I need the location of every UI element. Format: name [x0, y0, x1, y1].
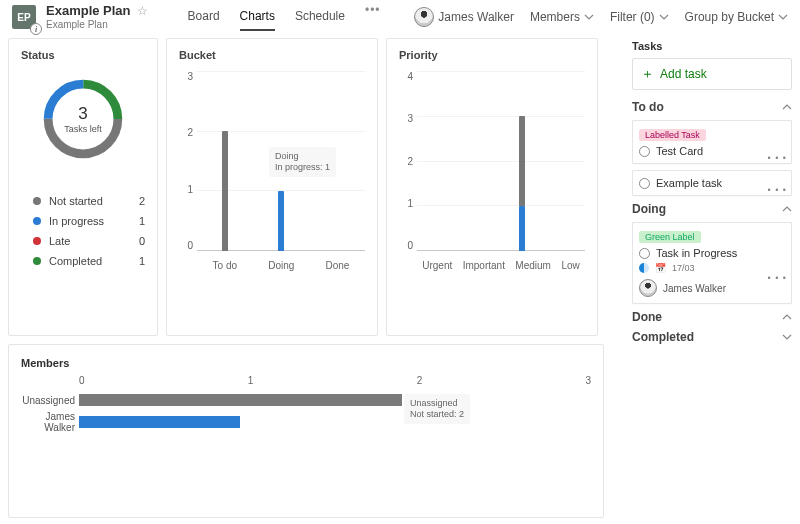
task-complete-circle[interactable] — [639, 146, 650, 157]
priority-chart: 43210 UrgentImportantMediumLow — [417, 71, 585, 281]
task-card[interactable]: Example task • • • — [632, 170, 792, 196]
groupby-label: Group by Bucket — [685, 10, 774, 24]
member-bar-row: Unassigned — [79, 389, 591, 411]
section-done[interactable]: Done — [632, 310, 792, 324]
category-label: To do — [213, 260, 237, 271]
tab-board[interactable]: Board — [188, 3, 220, 31]
filter-dropdown[interactable]: Filter (0) — [610, 10, 669, 24]
task-complete-circle[interactable] — [639, 248, 650, 259]
bucket-chart: 3210 To doDoingDone Doing In progress: 1 — [197, 71, 365, 281]
axis-tick: 3 — [179, 71, 193, 82]
user-name: James Walker — [438, 10, 514, 24]
axis-tick: 3 — [585, 375, 591, 386]
assignee-name: James Walker — [663, 283, 726, 294]
tab-schedule[interactable]: Schedule — [295, 3, 345, 31]
axis-tick: 0 — [179, 240, 193, 251]
task-title: Example task — [656, 177, 722, 189]
legend-label: Late — [49, 235, 70, 247]
task-card[interactable]: Green Label Task in Progress 📅 17/03 • •… — [632, 222, 792, 304]
bucket-card: Bucket 3210 To doDoingDone Doing In prog… — [166, 38, 378, 336]
members-chart: 0123 UnassignedJames Walker Unassigned N… — [79, 389, 591, 469]
priority-title: Priority — [399, 49, 585, 61]
tab-charts[interactable]: Charts — [240, 3, 275, 31]
bar-col — [519, 71, 525, 251]
legend-dot-icon — [33, 217, 41, 225]
section-todo[interactable]: To do — [632, 100, 792, 114]
section-todo-label: To do — [632, 100, 664, 114]
task-overflow-icon[interactable]: • • • — [768, 185, 787, 195]
axis-tick: 2 — [179, 127, 193, 138]
members-title: Members — [21, 357, 591, 369]
axis-tick: 0 — [399, 240, 413, 251]
status-center-value: 3 — [78, 104, 87, 124]
chevron-up-icon — [782, 314, 792, 320]
members-tooltip-title: Unassigned — [410, 398, 464, 409]
task-date: 17/03 — [672, 263, 695, 273]
legend-dot-icon — [33, 197, 41, 205]
tabs-overflow-icon[interactable]: ••• — [365, 3, 381, 31]
legend-row: Not started2 — [33, 195, 145, 207]
member-bar — [79, 394, 402, 406]
tasks-panel-title: Tasks — [632, 40, 792, 52]
add-task-label: Add task — [660, 67, 707, 81]
legend-dot-icon — [33, 237, 41, 245]
legend-label: Not started — [49, 195, 103, 207]
assignee-avatar-icon — [639, 279, 657, 297]
task-label-pill: Labelled Task — [639, 129, 706, 141]
member-bar-row: James Walker — [79, 411, 591, 433]
add-task-button[interactable]: ＋ Add task — [632, 58, 792, 90]
star-icon[interactable]: ☆ — [137, 5, 148, 18]
plan-badge: EP i — [12, 5, 36, 29]
bar — [278, 191, 284, 251]
legend-value: 0 — [139, 235, 145, 247]
view-tabs: Board Charts Schedule ••• — [188, 3, 381, 31]
legend-value: 2 — [139, 195, 145, 207]
tasks-panel: Tasks ＋ Add task To do Labelled Task Tes… — [624, 34, 800, 524]
legend-value: 1 — [139, 215, 145, 227]
axis-tick: 2 — [399, 156, 413, 167]
bar-col — [222, 71, 228, 251]
legend-row: Completed1 — [33, 255, 145, 267]
section-completed[interactable]: Completed — [632, 330, 792, 344]
task-card[interactable]: Labelled Task Test Card • • • — [632, 120, 792, 164]
category-label: Important — [463, 260, 505, 271]
axis-tick: 3 — [399, 113, 413, 124]
axis-tick: 1 — [179, 184, 193, 195]
member-label: James Walker — [21, 411, 75, 433]
bar-col — [561, 71, 567, 251]
bucket-tooltip: Doing In progress: 1 — [269, 147, 336, 177]
chevron-up-icon — [782, 206, 792, 212]
status-legend: Not started2In progress1Late0Completed1 — [21, 195, 145, 267]
legend-label: In progress — [49, 215, 104, 227]
axis-tick: 4 — [399, 71, 413, 82]
task-title: Test Card — [656, 145, 703, 157]
status-card: Status 3 Tasks left — [8, 38, 158, 336]
legend-row: Late0 — [33, 235, 145, 247]
section-done-label: Done — [632, 310, 662, 324]
chevron-down-icon — [584, 14, 594, 20]
members-label: Members — [530, 10, 580, 24]
members-dropdown[interactable]: Members — [530, 10, 594, 24]
info-icon[interactable]: i — [30, 23, 42, 35]
bar-segment — [519, 206, 525, 251]
groupby-dropdown[interactable]: Group by Bucket — [685, 10, 788, 24]
category-label: Medium — [515, 260, 551, 271]
section-doing[interactable]: Doing — [632, 202, 792, 216]
task-overflow-icon[interactable]: • • • — [768, 273, 787, 283]
legend-dot-icon — [33, 257, 41, 265]
bar-col — [477, 71, 483, 251]
status-donut-chart: 3 Tasks left — [37, 73, 129, 165]
task-complete-circle[interactable] — [639, 178, 650, 189]
current-user[interactable]: James Walker — [414, 7, 514, 27]
task-overflow-icon[interactable]: • • • — [768, 153, 787, 163]
bar — [222, 131, 228, 251]
priority-card: Priority 43210 UrgentImportantMediumLow — [386, 38, 598, 336]
chevron-down-icon — [659, 14, 669, 20]
section-doing-label: Doing — [632, 202, 666, 216]
legend-label: Completed — [49, 255, 102, 267]
bucket-tooltip-title: Doing — [275, 151, 330, 162]
axis-tick: 0 — [79, 375, 85, 386]
bucket-title: Bucket — [179, 49, 365, 61]
plan-badge-text: EP — [17, 12, 30, 23]
members-tooltip-line: Not started: 2 — [410, 409, 464, 420]
